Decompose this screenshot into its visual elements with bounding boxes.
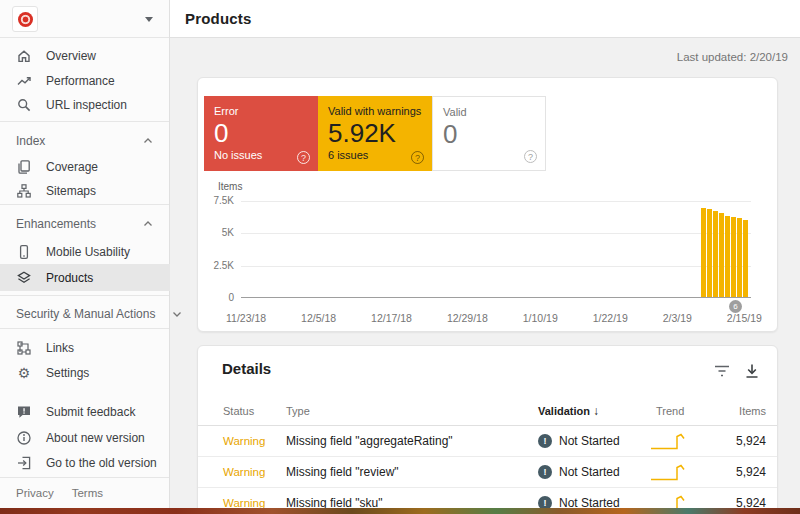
issue-type: Missing field "review"	[286, 465, 399, 479]
sidebar-item-overview[interactable]: Overview	[0, 44, 170, 68]
coverage-pages-icon	[16, 159, 32, 175]
chart-bar	[737, 218, 742, 297]
sitemap-tree-icon	[16, 183, 32, 199]
sidebar-item-submit-feedback[interactable]: Submit feedback	[0, 400, 170, 424]
items-count: 5,924	[736, 434, 766, 448]
sidebar-item-label: Submit feedback	[46, 405, 135, 419]
items-bar-chart: 6	[241, 201, 751, 298]
valid-with-warnings-card[interactable]: Valid with warnings 5.92K 6 issues ?	[318, 96, 432, 171]
sidebar-item-label: Performance	[46, 74, 115, 88]
sidebar-item-about-new-version[interactable]: About new version	[0, 426, 170, 450]
col-validation[interactable]: Validation ↓	[538, 404, 599, 418]
not-started-icon: !	[538, 434, 552, 448]
trend-sparkline	[650, 431, 690, 453]
col-status[interactable]: Status	[223, 405, 254, 417]
divider	[0, 121, 169, 122]
last-updated: Last updated: 2/20/19	[677, 51, 788, 63]
card-label: Valid	[443, 106, 535, 118]
sidebar-item-links[interactable]: Links	[0, 336, 170, 360]
info-icon	[16, 430, 32, 446]
sidebar-item-label: Products	[46, 271, 93, 285]
col-type[interactable]: Type	[286, 405, 310, 417]
terms-link[interactable]: Terms	[72, 487, 103, 499]
items-count: 5,924	[736, 465, 766, 479]
x-axis-label: 12/29/18	[447, 312, 488, 324]
links-tree-icon	[16, 340, 32, 356]
page-title: Products	[185, 10, 252, 27]
chevron-down-icon	[169, 310, 185, 318]
x-axis-label: 12/17/18	[371, 312, 412, 324]
sidebar-item-settings[interactable]: ⚙ Settings	[0, 361, 170, 385]
divider	[0, 204, 169, 205]
privacy-link[interactable]: Privacy	[16, 487, 54, 499]
sidebar-item-label: Settings	[46, 366, 89, 380]
card-value: 0	[443, 119, 535, 149]
download-icon[interactable]	[743, 362, 761, 380]
chart-bar	[725, 216, 730, 297]
property-selector[interactable]	[0, 0, 169, 38]
sidebar-item-label: Overview	[46, 49, 96, 63]
app-bar: Products	[170, 0, 800, 38]
sidebar-item-go-to-old-version[interactable]: Go to the old version	[0, 451, 170, 475]
sidebar-item-performance[interactable]: Performance	[0, 69, 170, 93]
sidebar-item-products[interactable]: Products	[0, 264, 170, 291]
table-row[interactable]: Warning Missing field "review" ! Not Sta…	[198, 457, 777, 488]
details-title: Details	[222, 360, 271, 377]
layers-icon	[16, 270, 32, 286]
x-axis-label: 12/5/18	[301, 312, 336, 324]
mobile-phone-icon	[16, 244, 32, 260]
sidebar-section-enhancements[interactable]: Enhancements	[0, 212, 170, 236]
chart-bar	[701, 208, 706, 297]
y-axis-label: 5K	[200, 227, 234, 238]
sidebar-item-coverage[interactable]: Coverage	[0, 155, 170, 179]
card-label: Error	[214, 105, 308, 117]
feedback-icon	[16, 404, 32, 420]
property-favicon	[12, 6, 38, 32]
card-subtext: No issues	[214, 149, 308, 161]
sidebar-item-label: URL inspection	[46, 98, 127, 112]
divider	[0, 295, 169, 296]
validation-status: ! Not Started	[538, 434, 620, 448]
col-items[interactable]: Items	[739, 405, 766, 417]
sort-desc-icon: ↓	[593, 404, 599, 418]
sidebar-section-index[interactable]: Index	[0, 129, 170, 153]
error-card[interactable]: Error 0 No issues ?	[204, 96, 318, 171]
help-icon[interactable]: ?	[297, 151, 310, 164]
validation-label: Not Started	[559, 465, 620, 479]
help-icon[interactable]: ?	[524, 150, 537, 163]
sidebar: Overview Performance URL inspection Inde…	[0, 0, 170, 514]
sidebar-item-label: Go to the old version	[46, 456, 157, 470]
col-trend[interactable]: Trend	[656, 405, 684, 417]
chart-y-axis-title: Items	[218, 181, 242, 192]
summary-cards: Error 0 No issues ? Valid with warnings …	[204, 96, 546, 171]
sidebar-item-label: Sitemaps	[46, 184, 96, 198]
details-panel: Details Status Type Validation ↓ Trend I…	[197, 345, 778, 514]
valid-card[interactable]: Valid 0 ?	[432, 96, 546, 171]
chart-bar	[707, 209, 712, 297]
sidebar-item-sitemaps[interactable]: Sitemaps	[0, 179, 170, 203]
chevron-up-icon	[140, 220, 156, 228]
y-axis-label: 7.5K	[200, 195, 234, 206]
x-axis-label: 1/10/19	[523, 312, 558, 324]
desktop-wallpaper-strip	[0, 508, 800, 514]
table-row[interactable]: Warning Missing field "aggregateRating" …	[198, 426, 777, 457]
summary-chart-panel: Error 0 No issues ? Valid with warnings …	[197, 77, 778, 332]
home-icon	[16, 48, 32, 64]
issue-type: Missing field "aggregateRating"	[286, 434, 453, 448]
card-subtext: 6 issues	[328, 149, 422, 161]
card-value: 0	[214, 118, 308, 148]
search-icon	[16, 97, 32, 113]
site-logo-icon	[18, 12, 33, 27]
chart-bars	[700, 200, 748, 297]
sidebar-footer: Privacy Terms	[16, 487, 103, 499]
help-icon[interactable]: ?	[411, 151, 424, 164]
x-axis-label: 1/22/19	[593, 312, 628, 324]
sidebar-section-security[interactable]: Security & Manual Actions	[0, 302, 170, 326]
filter-icon[interactable]	[713, 362, 731, 380]
sidebar-item-mobile-usability[interactable]: Mobile Usability	[0, 240, 170, 264]
sidebar-item-url-inspection[interactable]: URL inspection	[0, 93, 170, 117]
sidebar-item-label: Coverage	[46, 160, 98, 174]
gear-icon: ⚙	[16, 365, 32, 381]
y-axis-label: 2.5K	[200, 260, 234, 271]
divider	[0, 477, 169, 478]
